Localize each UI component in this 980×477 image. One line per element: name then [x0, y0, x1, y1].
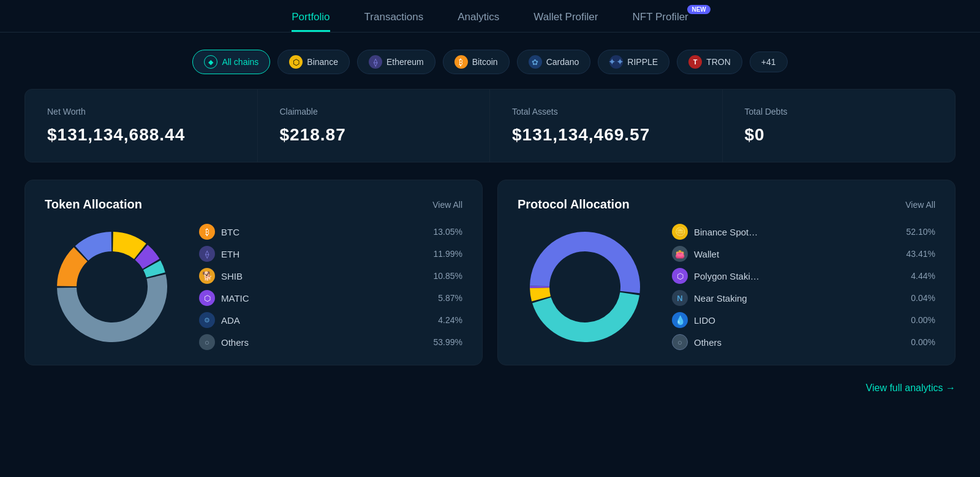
- allchains-icon: ◆: [204, 55, 217, 69]
- legend-eth-pct: 11.99%: [434, 249, 462, 259]
- legend-near-name: Near Staking: [694, 293, 747, 303]
- legend-matic-pct: 5.87%: [438, 293, 462, 303]
- nav-item-analytics[interactable]: Analytics: [458, 11, 499, 32]
- protocol-alloc-content: 🪙 Binance Spot… 52.10% 👛 Wallet 43.41% ⬡: [518, 224, 935, 350]
- tron-icon: T: [688, 55, 702, 69]
- legend-lido-name: LIDO: [694, 315, 715, 326]
- legend-binance-name: Binance Spot…: [694, 227, 758, 237]
- legend-matic-name: MATIC: [221, 293, 249, 303]
- stat-total-debts-value: $0: [745, 125, 933, 145]
- token-alloc-title: Token Allocation: [45, 197, 142, 212]
- legend-matic-icon: ⬡: [199, 290, 215, 306]
- legend-matic-left: ⬡ MATIC: [199, 290, 249, 306]
- legend-wallet: 👛 Wallet 43.41%: [672, 246, 935, 262]
- legend-token-others: ○ Others 53.99%: [199, 334, 462, 350]
- legend-matic: ⬡ MATIC 5.87%: [199, 290, 462, 306]
- legend-btc-left: ₿ BTC: [199, 224, 239, 240]
- new-badge: NEW: [687, 5, 710, 14]
- chain-label-bnb: Binance: [307, 57, 338, 67]
- legend-polygon-icon: ⬡: [672, 268, 688, 284]
- stat-total-assets-label: Total Assets: [512, 107, 700, 116]
- chain-label-all: All chains: [222, 57, 258, 67]
- legend-protocol-others: ○ Others 0.00%: [672, 334, 935, 350]
- chain-label-more: +41: [761, 57, 776, 67]
- legend-lido: 💧 LIDO 0.00%: [672, 312, 935, 328]
- chain-btn-btc[interactable]: ₿ Bitcoin: [443, 50, 510, 74]
- chain-btn-eth[interactable]: ⟠ Ethereum: [357, 50, 435, 74]
- chain-btn-bnb[interactable]: ⬡ Binance: [277, 50, 350, 74]
- protocol-alloc-title: Protocol Allocation: [518, 197, 630, 212]
- legend-btc-name: BTC: [221, 227, 239, 237]
- chain-btn-tron[interactable]: T TRON: [677, 50, 742, 74]
- chain-label-eth: Ethereum: [386, 57, 424, 67]
- stats-row: Net Worth $131,134,688.44 Claimable $218…: [24, 89, 956, 162]
- legend-lido-left: 💧 LIDO: [672, 312, 715, 328]
- token-alloc-view-all[interactable]: View All: [432, 200, 462, 210]
- chain-btn-more[interactable]: +41: [750, 52, 788, 72]
- bnb-icon: ⬡: [289, 55, 303, 69]
- stat-total-debts-label: Total Debts: [745, 107, 933, 116]
- allocation-row: Token Allocation View All ₿ BTC 13.05%: [24, 180, 956, 365]
- legend-wallet-left: 👛 Wallet: [672, 246, 719, 262]
- protocol-donut-wrap: [518, 226, 652, 348]
- chain-btn-ada[interactable]: ✿ Cardano: [517, 50, 591, 74]
- nav-item-nft-profiler[interactable]: NFT Profiler: [632, 11, 688, 32]
- chain-label-xrp: RIPPLE: [627, 57, 658, 67]
- stat-claimable: Claimable $218.87: [258, 90, 491, 162]
- stat-net-worth-label: Net Worth: [47, 107, 235, 116]
- nav-item-transactions[interactable]: Transactions: [364, 11, 424, 32]
- legend-protocol-others-left: ○ Others: [672, 334, 722, 350]
- stat-net-worth: Net Worth $131,134,688.44: [25, 90, 258, 162]
- legend-shib: 🐕 SHIB 10.85%: [199, 268, 462, 284]
- legend-btc-pct: 13.05%: [434, 227, 462, 237]
- legend-token-others-name: Others: [221, 337, 249, 348]
- chain-label-ada: Cardano: [546, 57, 579, 67]
- legend-shib-pct: 10.85%: [434, 271, 462, 281]
- protocol-allocation-panel: Protocol Allocation View All 🪙 Binance S…: [497, 180, 956, 365]
- protocol-alloc-view-all[interactable]: View All: [905, 200, 935, 210]
- nav-item-portfolio[interactable]: Portfolio: [292, 11, 330, 32]
- legend-ada-name: ADA: [221, 315, 240, 326]
- legend-btc-icon: ₿: [199, 224, 215, 240]
- legend-shib-name: SHIB: [221, 271, 243, 281]
- stat-total-assets: Total Assets $131,134,469.57: [490, 90, 723, 162]
- legend-eth-icon: ⟠: [199, 246, 215, 262]
- legend-ada-left: ⚙ ADA: [199, 312, 240, 328]
- xrp-icon: ✦✦: [609, 55, 623, 69]
- legend-wallet-pct: 43.41%: [907, 249, 935, 259]
- nav-item-nft-wrap: NFT Profiler NEW: [632, 11, 688, 32]
- legend-binance-left: 🪙 Binance Spot…: [672, 224, 758, 240]
- protocol-legend: 🪙 Binance Spot… 52.10% 👛 Wallet 43.41% ⬡: [672, 224, 935, 350]
- eth-icon: ⟠: [369, 55, 382, 69]
- token-donut-wrap: [45, 226, 179, 348]
- legend-ada: ⚙ ADA 4.24%: [199, 312, 462, 328]
- main-nav: Portfolio Transactions Analytics Wallet …: [0, 0, 980, 32]
- legend-binance-pct: 52.10%: [907, 227, 935, 237]
- nav-item-wallet-profiler[interactable]: Wallet Profiler: [533, 11, 598, 32]
- analytics-link-row: View full analytics →: [0, 383, 980, 405]
- legend-binance-icon: 🪙: [672, 224, 688, 240]
- ada-icon: ✿: [529, 55, 542, 69]
- stat-total-debts: Total Debts $0: [723, 90, 956, 162]
- chain-btn-xrp[interactable]: ✦✦ RIPPLE: [598, 50, 669, 74]
- legend-wallet-name: Wallet: [694, 249, 719, 259]
- stat-claimable-label: Claimable: [280, 107, 468, 116]
- legend-polygon-left: ⬡ Polygon Staki…: [672, 268, 760, 284]
- legend-eth-name: ETH: [221, 249, 239, 259]
- stat-total-assets-value: $131,134,469.57: [512, 125, 700, 145]
- legend-polygon-pct: 4.44%: [911, 271, 935, 281]
- legend-polygon-staking: ⬡ Polygon Staki… 4.44%: [672, 268, 935, 284]
- chain-label-btc: Bitcoin: [472, 57, 498, 67]
- chain-filter: ◆ All chains ⬡ Binance ⟠ Ethereum ₿ Bitc…: [0, 32, 980, 89]
- btc-icon: ₿: [454, 55, 468, 69]
- legend-wallet-icon: 👛: [672, 246, 688, 262]
- legend-binance-spot: 🪙 Binance Spot… 52.10%: [672, 224, 935, 240]
- token-allocation-panel: Token Allocation View All ₿ BTC 13.05%: [24, 180, 483, 365]
- chain-btn-all[interactable]: ◆ All chains: [192, 50, 270, 74]
- view-full-analytics-link[interactable]: View full analytics →: [866, 383, 956, 394]
- chain-label-tron: TRON: [706, 57, 731, 67]
- legend-lido-pct: 0.00%: [911, 315, 935, 325]
- legend-protocol-others-pct: 0.00%: [911, 337, 935, 347]
- token-legend: ₿ BTC 13.05% ⟠ ETH 11.99% 🐕 SHIB: [199, 224, 462, 350]
- legend-near-staking: N Near Staking 0.04%: [672, 290, 935, 306]
